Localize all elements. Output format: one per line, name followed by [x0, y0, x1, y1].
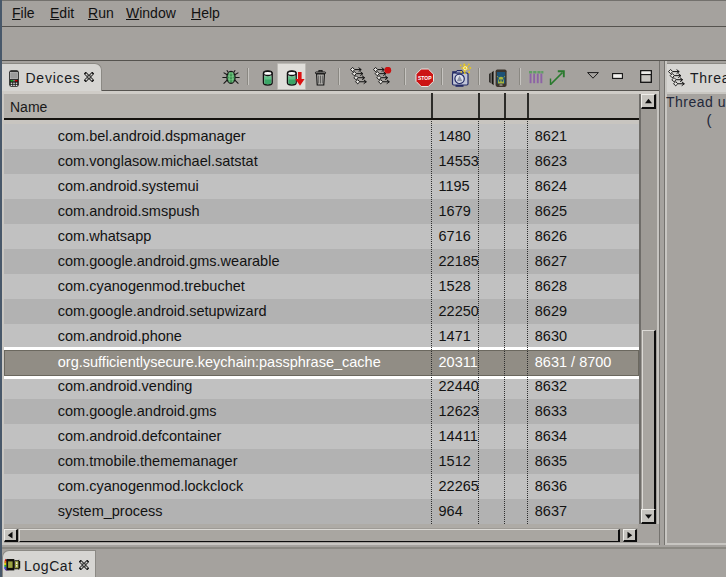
svg-text:STOP: STOP	[418, 75, 432, 81]
